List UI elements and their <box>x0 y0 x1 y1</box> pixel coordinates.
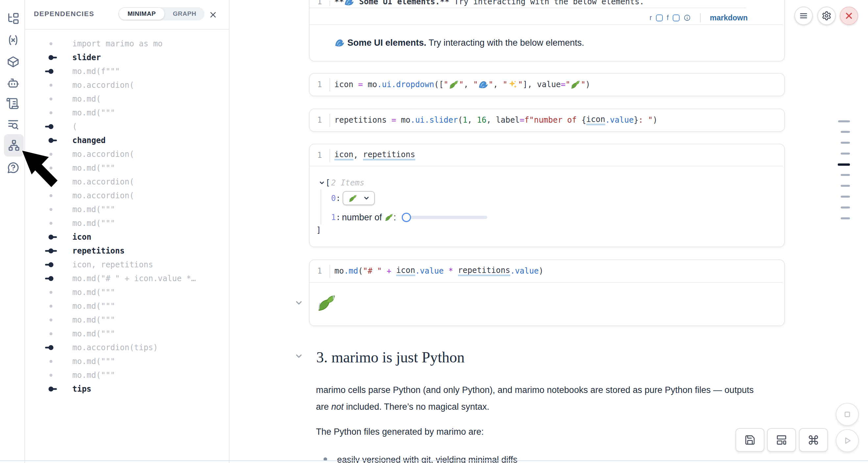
slider-track[interactable] <box>411 216 487 219</box>
def-marker-icon <box>44 235 58 240</box>
slider-label: number of : <box>342 211 396 224</box>
code-editor-line[interactable]: repetitions = mo.ui.slider(1, 16, label=… <box>334 114 658 127</box>
dependency-item[interactable]: tips <box>25 382 229 396</box>
sidebar-item-variables[interactable] <box>5 32 22 49</box>
dependency-item[interactable]: mo.md(""" <box>25 106 229 120</box>
dependency-item[interactable]: mo.md(f""" <box>25 64 229 78</box>
footer-r-checkbox[interactable] <box>656 14 663 21</box>
bullet-item: easily versioned with git, yielding mini… <box>337 453 518 463</box>
minimap-cell-dash[interactable] <box>841 174 850 176</box>
code-editor-line[interactable]: ** Some UI elements.** Try interacting w… <box>334 0 644 8</box>
dependency-item[interactable]: mo.accordion( <box>25 189 229 203</box>
stop-button[interactable] <box>836 403 859 426</box>
dependency-item[interactable]: mo.md( <box>25 92 229 106</box>
item-0-index: 0: <box>331 192 341 205</box>
cell-language-label[interactable]: markdown <box>710 13 748 22</box>
bracket-close: ] <box>316 224 321 237</box>
icon-rail <box>0 0 25 463</box>
def-marker-icon <box>44 55 58 60</box>
footer-f-checkbox[interactable] <box>673 14 680 21</box>
dependency-item[interactable]: mo.accordion(tips) <box>25 341 229 354</box>
dependency-item[interactable]: icon, repetitions <box>25 258 229 272</box>
dependency-item[interactable]: mo.md(""" <box>25 327 229 341</box>
minimap-cell-dash[interactable] <box>841 185 850 187</box>
command-button[interactable] <box>799 428 828 452</box>
dependency-item[interactable]: mo.md(""" <box>25 354 229 368</box>
info-icon[interactable] <box>684 14 691 21</box>
dot-marker-icon <box>44 331 58 336</box>
cell-code-slider: 1 repetitions = mo.ui.slider(1, 16, labe… <box>309 109 785 132</box>
dependency-item[interactable]: slider <box>25 51 229 64</box>
markdown-output: Some UI elements. Try interacting with t… <box>334 36 584 49</box>
tab-graph[interactable]: GRAPH <box>165 7 204 21</box>
dot-marker-icon <box>44 96 58 102</box>
sidebar-item-file-tree[interactable] <box>5 10 22 27</box>
dependency-item[interactable]: changed <box>25 133 229 147</box>
minimap-cell-dash[interactable] <box>841 131 850 133</box>
code-editor-line[interactable]: icon = mo.ui.dropdown(["", "", ""], valu… <box>334 78 590 91</box>
dependency-item[interactable]: mo.md(""" <box>25 368 229 382</box>
sidebar-item-trace-search[interactable] <box>5 116 22 133</box>
sidebar-item-scroll[interactable] <box>5 95 22 112</box>
dot-marker-icon <box>44 221 58 226</box>
save-button[interactable] <box>736 428 765 452</box>
code-editor-line[interactable]: icon, repetitions <box>334 149 415 162</box>
dependency-item[interactable]: mo.md(""" <box>25 203 229 216</box>
minimap-cell-dash[interactable] <box>838 163 850 166</box>
wave-icon <box>344 0 354 7</box>
minimap-graph-toggle: MINIMAPGRAPH <box>118 7 205 21</box>
dot-marker-icon <box>44 110 58 116</box>
dot-marker-icon <box>44 193 58 198</box>
dot-marker-icon <box>44 207 58 212</box>
sidebar-item-ai-assistant[interactable] <box>5 75 22 92</box>
tree-guide-line <box>320 190 321 224</box>
layout-icon <box>776 434 787 445</box>
panel-close-button[interactable] <box>207 8 220 21</box>
cell-collapse-chevron-icon[interactable] <box>295 299 303 306</box>
footer-r-label: r <box>650 13 652 22</box>
minimap-cell-dash[interactable] <box>841 153 850 155</box>
dependency-item[interactable]: mo.md(""" <box>25 216 229 230</box>
dependency-item[interactable]: mo.md("# " + icon.value *… <box>25 272 229 285</box>
mouse-cursor <box>20 148 62 191</box>
editor-output-divider <box>310 166 783 166</box>
play-button[interactable] <box>836 429 859 452</box>
tab-minimap[interactable]: MINIMAP <box>119 8 164 20</box>
dependency-item[interactable]: ( <box>25 120 229 133</box>
play-icon <box>842 436 852 445</box>
collapse-chevron-icon[interactable] <box>319 180 324 185</box>
leaf-icon <box>570 80 580 89</box>
close-icon <box>844 11 854 21</box>
sidebar-item-help[interactable] <box>5 159 22 176</box>
line-number: 1 <box>310 265 330 278</box>
layout-button[interactable] <box>767 428 796 452</box>
settings-button[interactable] <box>817 7 836 25</box>
line-number: 1 <box>310 78 330 91</box>
dependency-item[interactable]: mo.md(""" <box>25 299 229 313</box>
minimap-cell-dash[interactable] <box>841 196 850 197</box>
menu-button[interactable] <box>794 7 813 25</box>
leaf-icon <box>348 194 357 203</box>
dependency-item[interactable]: mo.md(""" <box>25 285 229 299</box>
leaf-icon <box>385 213 393 222</box>
minimap-cell-dash[interactable] <box>841 142 850 144</box>
dependency-item[interactable]: repetitions <box>25 244 229 258</box>
minimap-cell-dash[interactable] <box>841 217 850 219</box>
section-collapse-chevron-icon[interactable] <box>295 352 303 360</box>
dependency-item[interactable]: icon <box>25 230 229 244</box>
dependency-item[interactable]: import marimo as mo <box>25 37 229 51</box>
minimap-cell-dash[interactable] <box>841 207 850 209</box>
code-editor-line[interactable]: mo.md("# " + icon.value * repetitions.va… <box>334 265 544 278</box>
panel-header-divider <box>25 29 229 30</box>
close-icon <box>209 11 217 19</box>
close-button[interactable] <box>840 7 858 25</box>
dependency-item[interactable]: mo.accordion( <box>25 78 229 92</box>
sidebar-item-package[interactable] <box>5 53 22 70</box>
minimap-cell-dash[interactable] <box>838 120 850 122</box>
dot-marker-icon <box>44 373 58 378</box>
dependency-item[interactable]: mo.md(""" <box>25 313 229 327</box>
icon-dropdown[interactable] <box>343 191 375 205</box>
slider-knob[interactable] <box>402 213 411 222</box>
dot-marker-icon <box>44 290 58 295</box>
section-heading: 3. marimo is just Python <box>316 348 465 366</box>
